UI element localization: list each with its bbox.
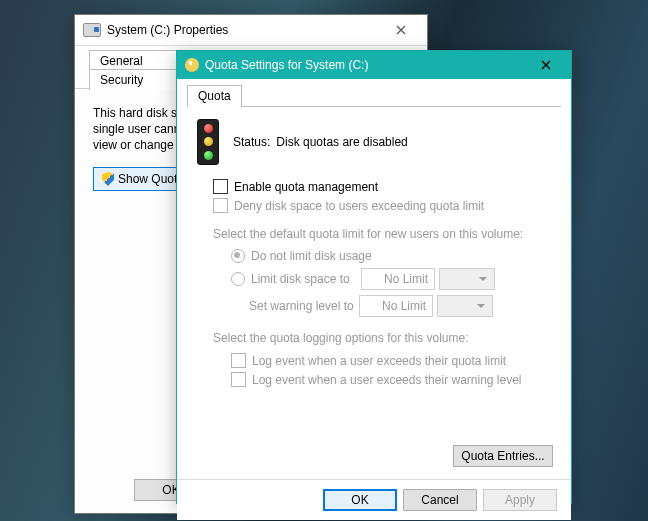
disc-icon	[185, 58, 199, 72]
shield-icon	[102, 172, 114, 186]
log-warning-row: Log event when a user exceeds their warn…	[231, 372, 553, 387]
log-quota-checkbox	[231, 353, 246, 368]
deny-space-row: Deny disk space to users exceeding quota…	[213, 198, 553, 213]
properties-titlebar[interactable]: System (C:) Properties	[75, 15, 427, 46]
warning-level-row: Set warning level to No Limit	[231, 295, 553, 317]
deny-space-label: Deny disk space to users exceeding quota…	[234, 199, 484, 213]
traffic-light-icon	[197, 119, 219, 165]
show-quota-label: Show Quota	[118, 172, 184, 186]
tab-security[interactable]: Security	[89, 69, 181, 90]
limit-value-input: No Limit	[361, 268, 435, 290]
log-quota-label: Log event when a user exceeds their quot…	[252, 354, 506, 368]
enable-quota-label: Enable quota management	[234, 180, 378, 194]
quota-dialog-button-row: OK Cancel Apply	[177, 479, 571, 520]
quota-close-button[interactable]	[525, 55, 567, 75]
limit-unit-select	[439, 268, 495, 290]
quota-settings-window: Quota Settings for System (C:) Quota Sta…	[176, 50, 572, 504]
properties-close-button[interactable]	[381, 19, 421, 41]
status-value: Disk quotas are disabled	[276, 135, 407, 149]
logging-section-label: Select the quota logging options for thi…	[213, 331, 553, 345]
limit-to-row: Limit disk space to No Limit	[231, 268, 553, 290]
properties-title: System (C:) Properties	[107, 23, 381, 37]
warning-unit-select	[437, 295, 493, 317]
status-row: Status: Disk quotas are disabled	[197, 119, 553, 165]
quota-tabstrip: Quota	[177, 79, 571, 107]
close-icon	[541, 60, 551, 70]
tab-quota[interactable]: Quota	[187, 85, 242, 108]
quota-content: Status: Disk quotas are disabled Enable …	[177, 107, 571, 479]
log-warning-checkbox	[231, 372, 246, 387]
no-limit-row: Do not limit disk usage	[231, 249, 553, 263]
default-limit-section-label: Select the default quota limit for new u…	[213, 227, 553, 241]
enable-quota-row[interactable]: Enable quota management	[213, 179, 553, 194]
status-label: Status:	[233, 135, 270, 149]
quota-entries-button[interactable]: Quota Entries...	[453, 445, 553, 467]
drive-icon	[83, 23, 101, 37]
close-icon	[396, 25, 406, 35]
tab-general[interactable]: General	[89, 50, 177, 71]
no-limit-radio	[231, 249, 245, 263]
deny-space-checkbox	[213, 198, 228, 213]
limit-to-radio	[231, 272, 245, 286]
warning-value-input: No Limit	[359, 295, 433, 317]
quota-ok-button[interactable]: OK	[323, 489, 397, 511]
no-limit-label: Do not limit disk usage	[251, 249, 372, 263]
enable-quota-checkbox[interactable]	[213, 179, 228, 194]
warning-level-label: Set warning level to	[249, 299, 359, 313]
quota-title: Quota Settings for System (C:)	[205, 58, 525, 72]
limit-to-label: Limit disk space to	[251, 272, 361, 286]
log-warning-label: Log event when a user exceeds their warn…	[252, 373, 522, 387]
quota-apply-button: Apply	[483, 489, 557, 511]
quota-titlebar[interactable]: Quota Settings for System (C:)	[177, 51, 571, 79]
log-quota-row: Log event when a user exceeds their quot…	[231, 353, 553, 368]
quota-cancel-button[interactable]: Cancel	[403, 489, 477, 511]
